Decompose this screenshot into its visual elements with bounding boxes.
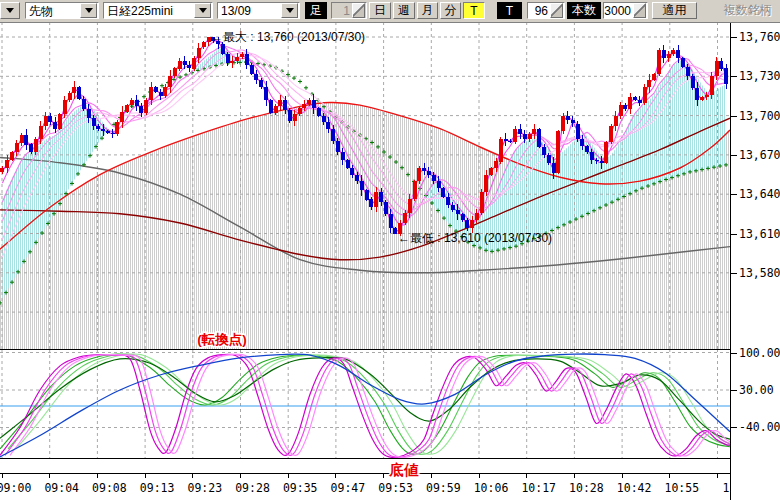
period-minute-button[interactable]: 分 (440, 2, 461, 19)
svg-text:09:35: 09:35 (283, 481, 318, 495)
period-tick-button[interactable]: T (463, 2, 485, 19)
svg-text:10:28: 10:28 (569, 481, 604, 495)
svg-text:13,760: 13,760 (739, 30, 780, 44)
svg-text:09:59: 09:59 (426, 481, 461, 495)
bar-count-label: 本数 (567, 2, 601, 19)
period-week-button[interactable]: 週 (393, 2, 415, 19)
svg-text:30.00: 30.00 (739, 383, 774, 397)
trading-app-window: { "toolbar": { "partial_combo": {"name":… (0, 0, 780, 500)
svg-text:09:13: 09:13 (140, 481, 175, 495)
svg-text:13,730: 13,730 (739, 69, 780, 83)
chart-canvas[interactable]: 13,76013,73013,70013,67013,64013,61013,5… (0, 0, 780, 500)
instrument-category-select[interactable]: 先物 (25, 2, 99, 19)
bottom-price-annotation: 底値 (389, 462, 420, 478)
svg-text:09:28: 09:28 (235, 481, 270, 495)
svg-text:09:47: 09:47 (331, 481, 366, 495)
turning-point-annotation: (転換点) (197, 332, 247, 347)
svg-text:09:53: 09:53 (378, 481, 413, 495)
instrument-value: 日経225mini (104, 4, 194, 18)
svg-text:09:23: 09:23 (187, 481, 222, 495)
multi-symbol-button-disabled: 複数銘柄 (717, 2, 778, 19)
chevron-down-icon[interactable] (80, 3, 97, 18)
svg-text:13,700: 13,700 (739, 109, 780, 123)
svg-text:10:55: 10:55 (664, 481, 699, 495)
spinner-icon[interactable] (550, 3, 563, 18)
svg-text:10:17: 10:17 (521, 481, 556, 495)
interval-value: 1 (332, 4, 352, 18)
svg-text:100.00: 100.00 (739, 346, 780, 360)
spinner-icon[interactable] (633, 3, 646, 18)
svg-text:13,580: 13,580 (739, 266, 780, 280)
svg-text:10:06: 10:06 (474, 481, 509, 495)
tick-count-stepper[interactable]: 96 (527, 2, 565, 19)
left-edge-combo-arrow-button[interactable] (0, 2, 20, 19)
contract-month-value: 13/09 (218, 4, 281, 18)
bar-count-stepper[interactable]: 3000 (603, 2, 648, 19)
period-day-button[interactable]: 日 (369, 2, 391, 19)
toolbar: 先物 日経225mini 13/09 足 1 日 週 月 分 T T 96 本数… (0, 0, 780, 23)
tick-count-label: T (497, 2, 522, 19)
spinner-icon[interactable] (352, 3, 365, 18)
svg-text:10:42: 10:42 (617, 481, 652, 495)
contract-month-select[interactable]: 13/09 (217, 2, 300, 19)
chart-svg: 13,76013,73013,70013,67013,64013,61013,5… (0, 0, 780, 500)
svg-text:13,670: 13,670 (739, 148, 780, 162)
instrument-category-value: 先物 (26, 4, 80, 18)
ashi-label: 足 (305, 2, 327, 19)
chevron-down-icon[interactable] (281, 3, 298, 18)
min-annotation: ←最低 : 13,610 (2013/07/30) (398, 231, 552, 245)
bar-count-value: 3000 (604, 4, 633, 18)
svg-text:09:04: 09:04 (44, 481, 79, 495)
chevron-down-icon (6, 8, 14, 13)
svg-text:09:00: 09:00 (0, 481, 31, 495)
apply-button[interactable]: 適用 (652, 2, 697, 19)
period-month-button[interactable]: 月 (417, 2, 438, 19)
chevron-down-icon[interactable] (194, 3, 211, 18)
interval-stepper[interactable]: 1 (331, 2, 367, 19)
svg-text:-40.00: -40.00 (739, 420, 780, 434)
instrument-select[interactable]: 日経225mini (103, 2, 213, 19)
max-annotation: ←最大 : 13,760 (2013/07/30) (211, 30, 365, 44)
svg-text:13,640: 13,640 (739, 187, 780, 201)
svg-text:09:08: 09:08 (92, 481, 127, 495)
tick-count-value: 96 (528, 4, 550, 18)
svg-text:13,610: 13,610 (739, 227, 780, 241)
